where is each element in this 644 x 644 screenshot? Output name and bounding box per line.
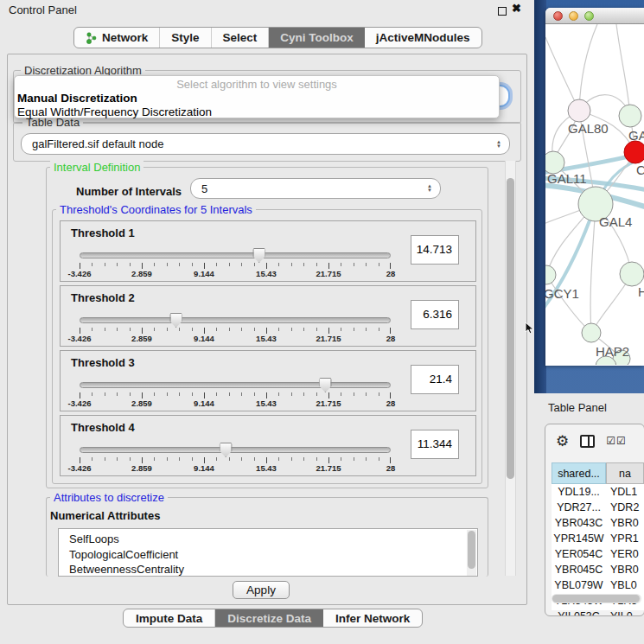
bottom-tabbar: Impute Data Discretize Data Infer Networ… [123,609,423,628]
threshold-panel-2: Threshold 2-3.4262.8599.14415.4321.71528… [60,285,476,347]
dropdown-option-equal-width-frequency[interactable]: Equal Width/Frequency Discretization [15,105,499,119]
gear-icon[interactable]: ⚙ [556,432,569,450]
slider-thumb[interactable] [252,248,265,263]
numerical-attributes-label: Numerical Attributes [50,509,160,522]
network-node-label: GA [628,128,644,143]
table-cell[interactable]: YPR145W [552,531,606,546]
tab-infer-network[interactable]: Infer Network [323,609,422,627]
major-tick [266,328,267,334]
table-cell[interactable]: YDL1 [606,484,644,500]
group-title: Attributes to discretize [50,491,168,504]
columns-icon[interactable] [580,435,595,448]
numerical-attributes-list[interactable]: SelfLoopsTopologicalCoefficientBetweenne… [58,528,478,577]
threshold-2-value-field[interactable]: 6.316 [411,300,459,329]
tick-label: -3.426 [68,334,92,343]
table-hscrollbar-thumb[interactable] [552,595,640,603]
network-node-selected[interactable] [624,141,644,163]
slider-thumb[interactable] [319,378,332,392]
tick-label: 28 [386,399,396,408]
tick-label: -3.426 [68,463,92,473]
table-cell[interactable]: YIL0 [606,609,644,616]
network-node[interactable] [568,99,590,122]
network-node[interactable] [545,265,556,284]
threshold-4-slider[interactable]: -3.4262.8599.14415.4321.71528 [80,440,391,475]
table-cell[interactable]: YBL079W [552,577,606,593]
column-header-1[interactable]: shared... [552,462,606,484]
content-scrollbar-thumb[interactable] [507,178,514,479]
attribute-list-item[interactable]: SelfLoops [59,532,477,547]
table-horizontal-scrollbar[interactable] [552,594,641,603]
num-intervals-combobox[interactable]: 5 ▲▼ [190,178,441,199]
tab-discretize-data[interactable]: Discretize Data [215,609,323,627]
tick-label: 15.43 [256,269,277,278]
network-node[interactable] [619,105,641,127]
table-cell[interactable]: YBR0 [606,562,644,577]
threshold-3-value-field[interactable]: 21.4 [411,365,459,394]
network-node[interactable] [582,323,601,342]
minimize-traffic-light-icon[interactable] [569,11,578,21]
table-data-combobox[interactable]: galFiltered.sif default node ▲▼ [21,133,510,155]
attribute-list-item[interactable]: BetweennessCentrality [59,562,477,577]
tab-network[interactable]: Network [74,28,160,48]
tab-cyni-toolbox[interactable]: Cyni Toolbox [269,28,365,48]
table-cell[interactable]: YIL053C [552,609,606,616]
network-canvas[interactable]: GAL80GAGAL11CGAL4GCY1HHAP2 [545,24,644,365]
tick-label: -3.426 [68,399,92,408]
tab-select[interactable]: Select [212,28,270,48]
tick-label: 9.144 [194,399,214,408]
table-cell[interactable]: YBL0 [606,577,644,593]
major-tick [142,392,143,399]
table-cell[interactable]: YBR045C [552,562,606,577]
close-icon[interactable]: ✖ [512,2,521,15]
threshold-4-value-field[interactable]: 11.344 [411,430,459,459]
tick-label: 2.859 [131,399,152,408]
tab-label: Impute Data [136,612,202,625]
table-cell[interactable]: YER054C [552,546,606,562]
major-tick [390,263,391,269]
apply-button[interactable]: Apply [233,581,290,599]
slider-track[interactable] [80,317,391,323]
tab-style[interactable]: Style [160,28,211,48]
network-node[interactable] [620,262,644,286]
threshold-3-slider[interactable]: -3.4262.8599.14415.4321.71528 [80,375,391,410]
close-traffic-light-icon[interactable] [553,11,563,21]
major-tick [266,457,267,463]
attribute-list-item[interactable]: TopologicalCoefficient [59,547,477,563]
dropdown-option-manual-discretization[interactable]: Manual Discretization [15,92,499,105]
float-window-icon[interactable] [498,7,507,16]
zoom-traffic-light-icon[interactable] [584,11,594,21]
table-row[interactable]: YPR145WYPR1 [552,531,644,546]
tab-impute-data[interactable]: Impute Data [124,609,215,627]
table-row[interactable]: YDL19...YDL1 [552,484,644,500]
table-cell[interactable]: YDL19... [552,484,606,500]
threshold-1-slider[interactable]: -3.4262.8599.14415.4321.71528 [80,245,391,280]
content-scrollbar[interactable] [505,161,516,576]
table-row[interactable]: YBL079WYBL0 [552,577,644,593]
table-cell[interactable]: YBR043C [552,515,606,531]
table-cell[interactable]: YER0 [606,546,644,562]
slider-track[interactable] [80,252,391,258]
table-cell[interactable]: YDR2 [606,500,644,515]
slider-thumb[interactable] [169,313,182,328]
table-row[interactable]: YBR045CYBR0 [552,562,644,577]
slider-thumb[interactable] [220,443,233,457]
threshold-2-slider[interactable]: -3.4262.8599.14415.4321.71528 [80,310,391,345]
table-panel-box: ⚙ ☑☑ shared...na YDL19...YDL1YDR27...YDR… [545,424,644,616]
table-row[interactable]: YER054CYER0 [552,546,644,562]
network-window-titlebar[interactable] [545,8,644,24]
table-row[interactable]: YBR043CYBR0 [552,515,644,531]
threshold-1-value-field[interactable]: 14.713 [411,235,459,265]
slider-track[interactable] [80,447,391,453]
table-cell[interactable]: YDR27... [552,500,606,515]
tab-jactivemnodules[interactable]: jActiveMNodules [365,28,481,48]
table-cell[interactable]: YBR0 [606,515,644,531]
column-header-2[interactable]: na [606,462,644,484]
table-row[interactable]: YDR27...YDR2 [552,500,644,515]
table-cell[interactable]: YPR1 [606,531,644,546]
major-tick [80,457,80,463]
slider-track[interactable] [80,382,391,388]
list-scrollbar[interactable] [467,530,476,577]
select-columns-checkboxes-icon[interactable]: ☑☑ [606,435,627,447]
table-row[interactable]: YIL053CYIL0 [552,609,644,616]
threshold-panel-4: Threshold 4-3.4262.8599.14415.4321.71528… [60,415,476,476]
